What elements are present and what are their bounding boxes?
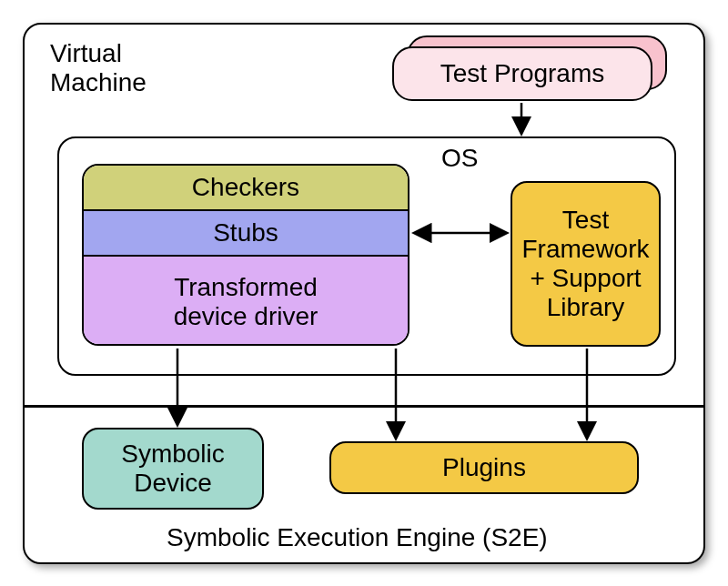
test-framework-text: TestFramework+ SupportLibrary (521, 206, 649, 323)
os-label: OS (441, 144, 478, 173)
test-programs-text: Test Programs (440, 59, 605, 88)
plugins-box: Plugins (329, 441, 639, 494)
engine-label: Symbolic Execution Engine (S2E) (167, 523, 548, 552)
test-framework-box: TestFramework+ SupportLibrary (511, 181, 661, 347)
vm-label: VirtualMachine (50, 39, 147, 97)
symbolic-device-text: SymbolicDevice (121, 440, 225, 498)
divider-line (23, 405, 705, 408)
driver-box: Transformeddevice driver (84, 257, 408, 346)
stubs-box: Stubs (84, 211, 408, 257)
checkers-text: Checkers (192, 173, 299, 202)
driver-stack-box: Checkers Stubs Transformeddevice driver (82, 164, 410, 346)
plugins-text: Plugins (442, 453, 526, 482)
checkers-box: Checkers (84, 166, 408, 211)
driver-text: Transformeddevice driver (174, 273, 318, 331)
test-programs-box: Test Programs (392, 46, 652, 101)
stubs-text: Stubs (213, 218, 278, 248)
architecture-diagram: VirtualMachine Test Programs OS Checkers… (14, 14, 714, 572)
symbolic-device-box: SymbolicDevice (82, 428, 264, 510)
